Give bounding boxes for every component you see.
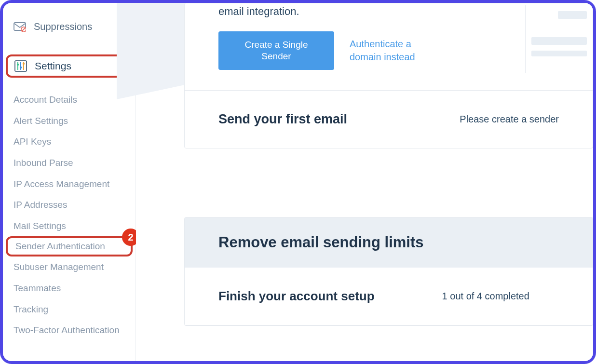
svg-point-7 [17,64,19,66]
setup-progress-text: 1 out of 4 completed [442,291,529,302]
sidebar-item-alert-settings[interactable]: Alert Settings [3,110,135,132]
sidebar-item-mail-settings[interactable]: Mail Settings [3,216,135,237]
sidebar-item-settings[interactable]: Settings 1 [6,54,133,78]
onboarding-card: email integration. Create a Single Sende… [184,3,593,148]
sidebar-item-teammates[interactable]: Teammates [3,278,135,299]
intro-text-fragment: email integration. [218,5,559,18]
illustration-panel [525,5,593,73]
sidebar-item-ip-access-management[interactable]: IP Access Management [3,174,135,195]
envelope-blocked-icon [14,22,27,32]
create-single-sender-button[interactable]: Create a Single Sender [218,31,334,70]
svg-point-9 [23,63,25,65]
sidebar-item-account-details[interactable]: Account Details [3,89,135,110]
sidebar-item-subuser-management[interactable]: Subuser Management [3,256,135,278]
sidebar-label-settings: Settings [35,60,71,72]
sidebar-label-suppressions: Suppressions [34,21,92,32]
sidebar-label-sender-authentication: Sender Authentication [15,241,105,251]
finish-setup-heading: Finish your account setup [218,289,375,304]
sidebar-item-two-factor-auth[interactable]: Two-Factor Authentication [3,320,135,341]
send-first-email-status: Please create a sender [460,114,559,125]
account-limits-card: Remove email sending limits Finish your … [184,217,593,326]
sidebar: Suppressions [3,3,136,361]
remove-limits-heading: Remove email sending limits [218,234,559,251]
svg-point-8 [20,67,22,68]
sidebar-item-ip-addresses[interactable]: IP Addresses [3,194,135,216]
sidebar-item-inbound-parse[interactable]: Inbound Parse [3,152,135,174]
sidebar-item-suppressions[interactable]: Suppressions [3,15,135,38]
sidebar-item-api-keys[interactable]: API Keys [3,131,135,152]
sidebar-item-sender-authentication[interactable]: Sender Authentication 2 [6,236,133,256]
authenticate-domain-link[interactable]: Authenticate a domain instead [350,38,432,64]
send-first-email-heading: Send your first email [218,112,347,127]
main-content: email integration. Create a Single Sende… [136,3,593,361]
sidebar-item-tracking[interactable]: Tracking [3,299,135,320]
settings-subnav: Account Details Alert Settings API Keys … [3,81,135,341]
sliders-icon [14,60,28,72]
